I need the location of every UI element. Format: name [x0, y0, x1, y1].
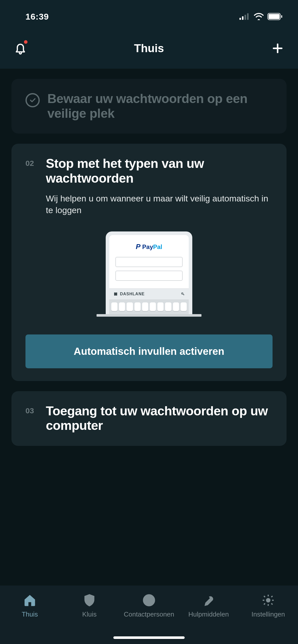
contacts-icon	[142, 594, 156, 607]
step-card-2: 02 Stop met het typen van uw wachtwoorde…	[11, 144, 287, 381]
notification-dot-icon	[24, 40, 28, 44]
notifications-button[interactable]	[13, 41, 28, 56]
home-indicator[interactable]	[113, 636, 185, 639]
autofill-illustration: P PayPal DASHLANE	[25, 231, 273, 317]
svg-rect-3	[247, 13, 249, 20]
keyboard-icon	[109, 299, 189, 314]
tab-tools[interactable]: Hulpmiddelen	[179, 593, 238, 618]
status-icons	[239, 13, 283, 20]
step-number: 02	[25, 159, 38, 168]
app-header: Thuis	[0, 28, 298, 69]
home-icon	[23, 594, 36, 607]
svg-rect-2	[245, 15, 246, 20]
bell-icon	[14, 42, 26, 55]
completed-title: Bewaar uw wachtwoorden op een veilige pl…	[47, 92, 273, 121]
svg-point-11	[267, 599, 270, 602]
step-card-3[interactable]: 03 Toegang tot uw wachtwoorden op uw com…	[11, 391, 287, 446]
page-title: Thuis	[28, 42, 270, 55]
status-bar: 16:39	[0, 0, 298, 28]
check-circle-icon	[25, 93, 40, 107]
svg-rect-5	[268, 14, 280, 19]
gear-icon	[262, 594, 275, 607]
tab-label: Thuis	[22, 610, 38, 618]
tab-bar: Thuis Kluis Contactpersonen Hulpmiddelen…	[0, 586, 298, 644]
status-time: 16:39	[25, 12, 49, 22]
mock-input	[115, 271, 183, 281]
step3-title: Toegang tot uw wachtwoorden op uw comput…	[46, 404, 273, 433]
svg-rect-1	[242, 16, 243, 20]
tab-label: Contactpersonen	[124, 610, 174, 618]
wrench-icon	[202, 594, 215, 607]
svg-point-10	[147, 597, 151, 600]
dashlane-label: DASHLANE	[113, 292, 145, 296]
tab-settings[interactable]: Instellingen	[238, 593, 298, 618]
tab-label: Instellingen	[251, 610, 285, 618]
step-card-completed[interactable]: Bewaar uw wachtwoorden op een veilige pl…	[11, 79, 287, 134]
step2-title: Stop met het typen van uw wachtwoorden	[46, 156, 273, 186]
svg-rect-0	[239, 18, 241, 20]
tab-home[interactable]: Thuis	[0, 593, 60, 618]
wifi-icon	[254, 13, 264, 20]
svg-rect-6	[281, 15, 282, 18]
key-icon	[181, 292, 185, 296]
mock-input	[115, 257, 183, 267]
tab-vault[interactable]: Kluis	[60, 593, 119, 618]
paypal-logo-icon: P PayPal	[115, 243, 183, 251]
tab-label: Hulpmiddelen	[188, 610, 229, 618]
svg-point-7	[182, 293, 183, 294]
plus-icon	[272, 42, 284, 54]
step2-subtitle: Wij helpen u om wanneer u maar wilt veil…	[46, 193, 273, 216]
battery-icon	[267, 13, 283, 20]
step-number: 03	[25, 406, 38, 415]
add-button[interactable]	[270, 41, 285, 56]
cellular-icon	[239, 13, 250, 20]
activate-autofill-button[interactable]: Automatisch invullen activeren	[25, 334, 273, 368]
content: Bewaar uw wachtwoorden op een veilige pl…	[0, 69, 298, 446]
tab-contacts[interactable]: Contactpersonen	[119, 593, 179, 618]
tab-label: Kluis	[82, 610, 97, 618]
shield-icon	[83, 594, 96, 607]
